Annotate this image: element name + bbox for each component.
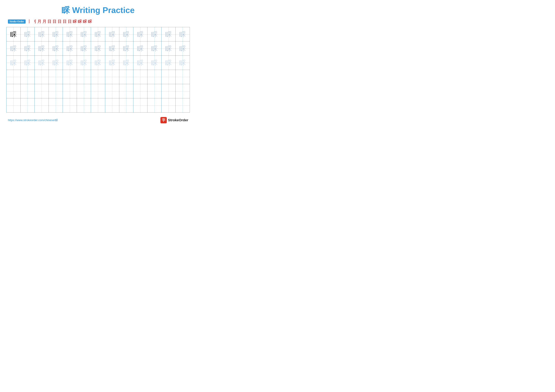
character-display: 睬 <box>24 44 31 53</box>
grid-cell: 睬 <box>119 42 133 56</box>
stroke-step: 目 <box>68 19 72 24</box>
character-display: 睬 <box>151 44 158 53</box>
character-display: 睬 <box>10 58 17 67</box>
grid-cell: 睬 <box>77 42 91 56</box>
grid-cell: 睬 <box>147 56 161 70</box>
grid-cell <box>105 84 119 98</box>
grid-cell <box>77 84 91 98</box>
character-display: 睬 <box>165 58 172 67</box>
grid-cell: 睬 <box>35 42 49 56</box>
character-display: 睬 <box>80 58 87 67</box>
grid-cell: 睬 <box>161 27 175 41</box>
character-display: 睬 <box>66 44 73 53</box>
grid-cell <box>119 70 133 84</box>
character-display: 睬 <box>109 44 116 53</box>
grid-cell <box>35 98 49 112</box>
character-display: 睬 <box>38 30 45 39</box>
grid-cell <box>35 70 49 84</box>
grid-cell: 睬 <box>133 42 147 56</box>
character-display: 睬 <box>151 58 158 67</box>
grid-row: 睬睬睬睬睬睬睬睬睬睬睬睬睬 <box>7 56 190 70</box>
grid-cell: 睬 <box>161 56 175 70</box>
grid-row <box>7 70 190 84</box>
grid-cell <box>147 70 161 84</box>
stroke-step: 刂 <box>32 19 37 24</box>
grid-cell <box>147 98 161 112</box>
grid-cell: 睬 <box>21 27 35 41</box>
grid-row <box>7 98 190 112</box>
grid-cell <box>21 70 35 84</box>
character-display: 睬 <box>38 58 45 67</box>
grid-cell <box>63 98 77 112</box>
character-display: 睬 <box>52 44 59 53</box>
grid-cell: 睬 <box>77 56 91 70</box>
character-display: 睬 <box>66 58 73 67</box>
page-title: 睬 Writing Practice <box>6 5 190 16</box>
grid-cell: 睬 <box>175 42 190 56</box>
grid-cell: 睬 <box>147 27 161 41</box>
grid-cell <box>161 70 175 84</box>
grid-cell: 睬 <box>133 27 147 41</box>
stroke-step: 目 <box>63 19 67 24</box>
character-display: 睬 <box>179 58 186 67</box>
grid-row: 睬睬睬睬睬睬睬睬睬睬睬睬睬 <box>7 27 190 42</box>
footer: https://www.strokeorder.com/chinese/睬 字 … <box>6 117 190 123</box>
stroke-steps: 丨刂月月目目目目目睬睬睬睬 <box>27 19 92 24</box>
stroke-step: 月 <box>42 19 46 24</box>
grid-cell: 睬 <box>105 27 119 41</box>
grid-cell <box>7 70 21 84</box>
grid-cell <box>63 84 77 98</box>
stroke-step: 目 <box>58 19 62 24</box>
character-display: 睬 <box>151 30 158 39</box>
footer-url: https://www.strokeorder.com/chinese/睬 <box>8 118 58 122</box>
grid-cell <box>133 84 147 98</box>
character-display: 睬 <box>95 44 101 53</box>
stroke-order-badge: Stroke Order <box>8 20 26 24</box>
grid-cell <box>49 84 63 98</box>
grid-cell <box>119 98 133 112</box>
character-display: 睬 <box>80 30 87 39</box>
stroke-step: 月 <box>37 19 41 24</box>
character-display: 睬 <box>10 44 17 53</box>
character-display: 睬 <box>10 30 17 39</box>
grid-cell: 睬 <box>175 56 190 70</box>
grid-cell: 睬 <box>7 56 21 70</box>
grid-cell <box>91 84 105 98</box>
character-display: 睬 <box>137 30 144 39</box>
character-display: 睬 <box>165 44 172 53</box>
character-display: 睬 <box>179 30 186 39</box>
grid-cell <box>77 70 91 84</box>
grid-cell: 睬 <box>91 56 105 70</box>
stroke-step: 睬 <box>78 19 82 24</box>
grid-cell: 睬 <box>63 56 77 70</box>
character-display: 睬 <box>123 30 130 39</box>
grid-cell: 睬 <box>63 42 77 56</box>
character-display: 睬 <box>52 58 59 67</box>
character-display: 睬 <box>123 58 130 67</box>
grid-cell: 睬 <box>175 27 190 41</box>
character-display: 睬 <box>24 58 31 67</box>
grid-cell <box>175 84 190 98</box>
grid-cell <box>133 70 147 84</box>
stroke-step: 丨 <box>27 19 31 24</box>
stroke-step: 目 <box>47 19 51 24</box>
grid-cell: 睬 <box>133 56 147 70</box>
grid-cell: 睬 <box>21 42 35 56</box>
grid-cell: 睬 <box>35 27 49 41</box>
grid-cell <box>133 98 147 112</box>
grid-cell <box>147 84 161 98</box>
grid-cell <box>49 98 63 112</box>
grid-cell <box>91 98 105 112</box>
grid-cell <box>161 98 175 112</box>
character-display: 睬 <box>52 30 59 39</box>
grid-cell: 睬 <box>105 56 119 70</box>
footer-logo: 字 StrokeOrder <box>161 117 188 123</box>
grid-cell: 睬 <box>7 27 21 41</box>
grid-cell: 睬 <box>21 56 35 70</box>
character-display: 睬 <box>109 58 116 67</box>
character-display: 睬 <box>123 44 130 53</box>
character-display: 睬 <box>179 44 186 53</box>
character-display: 睬 <box>137 58 144 67</box>
character-display: 睬 <box>66 30 73 39</box>
grid-cell: 睬 <box>77 27 91 41</box>
